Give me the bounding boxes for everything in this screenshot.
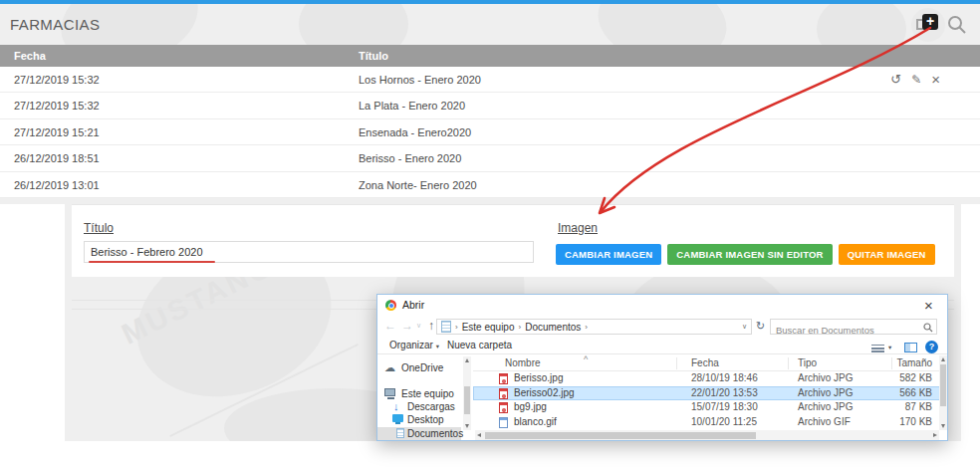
- sort-caret-icon: ^: [584, 354, 588, 364]
- file-row[interactable]: bg9.jpg 15/07/19 18:30 Archivo JPG 87 KB: [473, 400, 941, 415]
- sidebar-item-onedrive[interactable]: ☁ OneDrive: [377, 361, 461, 374]
- sidebar-scrollbar[interactable]: [463, 356, 471, 430]
- back-icon[interactable]: ←: [384, 319, 396, 333]
- file-name: Berisso02.jpg: [514, 386, 575, 401]
- table-row[interactable]: 27/12/2019 15:32 Los Hornos - Enero 2020…: [0, 67, 980, 93]
- preview-pane-icon[interactable]: [904, 343, 917, 352]
- folder-mini-icon: [441, 321, 451, 333]
- app-window: FARMACIAS + Fecha Título 27/12/2019 15:3…: [0, 0, 980, 468]
- search-icon[interactable]: [947, 15, 967, 35]
- scroll-left-icon[interactable]: [477, 433, 481, 437]
- sidebar-label: Documentos: [407, 427, 463, 440]
- table-header: Fecha Título: [0, 45, 980, 67]
- watermark-blob: [592, 4, 734, 45]
- row-titulo: La Plata - Enero 2020: [359, 93, 465, 118]
- address-breadcrumb[interactable]: › Este equipo › Documentos › ∨: [436, 319, 752, 335]
- file-name: Berisso.jpg: [514, 371, 563, 386]
- sidebar-item-desktop[interactable]: Desktop: [377, 413, 461, 426]
- quitar-imagen-button[interactable]: QUITAR IMAGEN: [839, 244, 935, 265]
- computer-icon: [384, 388, 395, 396]
- plus-icon: +: [922, 14, 938, 30]
- page-title: FARMACIAS: [10, 16, 100, 33]
- help-icon[interactable]: ?: [925, 341, 938, 353]
- file-size: 582 KB: [896, 371, 932, 386]
- file-date: 15/07/19 18:30: [691, 400, 758, 415]
- up-icon[interactable]: ↑: [428, 319, 434, 333]
- add-record-button[interactable]: +: [911, 8, 945, 42]
- titulo-input[interactable]: [84, 241, 534, 263]
- crumb-documentos[interactable]: Documentos: [525, 322, 581, 333]
- scroll-up-icon[interactable]: [941, 357, 945, 361]
- column-divider: [891, 357, 892, 369]
- file-date: 28/10/19 18:46: [691, 371, 758, 386]
- address-dropdown-icon[interactable]: ∨: [742, 323, 747, 331]
- search-field[interactable]: [770, 319, 937, 335]
- file-row[interactable]: Berisso.jpg 28/10/19 18:46 Archivo JPG 5…: [473, 371, 941, 386]
- refresh-icon[interactable]: ↻: [756, 320, 765, 333]
- open-file-dialog: Abrir × ← → ∨ ↑ › Este equipo › Document…: [376, 294, 948, 441]
- scroll-thumb[interactable]: [940, 364, 946, 406]
- file-row[interactable]: blanco.gif 10/01/20 11:25 Archivo GIF 17…: [473, 415, 941, 430]
- column-tamano[interactable]: Tamaño: [878, 357, 932, 368]
- document-icon: [396, 428, 404, 438]
- file-row-selected[interactable]: Berisso02.jpg 22/01/20 13:53 Archivo JPG…: [473, 386, 941, 401]
- column-fecha[interactable]: Fecha: [691, 357, 719, 368]
- view-dropdown-icon[interactable]: ▾: [888, 344, 891, 351]
- scroll-thumb[interactable]: [485, 432, 756, 439]
- row-titulo: Berisso - Enero 2020: [359, 145, 461, 171]
- file-name: bg9.jpg: [514, 400, 547, 415]
- search-glass-icon: [923, 323, 933, 333]
- row-titulo: Ensenada - Enero2020: [359, 119, 471, 145]
- new-folder-button[interactable]: Nueva carpeta: [447, 340, 512, 351]
- column-tipo[interactable]: Tipo: [798, 357, 817, 368]
- jpg-file-icon: [499, 373, 508, 384]
- history-icon[interactable]: ↺: [890, 67, 901, 93]
- table-row[interactable]: 27/12/2019 15:21 Ensenada - Enero2020: [0, 119, 980, 145]
- close-icon[interactable]: ×: [924, 297, 933, 314]
- cambiar-imagen-button[interactable]: CAMBIAR IMAGEN: [556, 244, 661, 265]
- delete-icon[interactable]: ×: [931, 67, 940, 93]
- red-underline-annotation: [89, 261, 215, 263]
- table-row[interactable]: 26/12/2019 18:51 Berisso - Enero 2020: [0, 145, 980, 171]
- row-actions: ↺ ✎ ×: [890, 67, 940, 93]
- file-date: 10/01/20 11:25: [691, 415, 757, 430]
- crumb-separator: ›: [519, 323, 522, 332]
- forward-icon[interactable]: →: [401, 319, 413, 333]
- search-input[interactable]: [771, 323, 925, 339]
- sidebar-item-descargas[interactable]: ↓ Descargas: [377, 400, 461, 413]
- scroll-right-icon[interactable]: [933, 433, 937, 437]
- row-fecha: 27/12/2019 15:21: [14, 119, 100, 145]
- scroll-down-icon[interactable]: [941, 424, 945, 428]
- filelist-vscrollbar[interactable]: [939, 355, 947, 430]
- column-header-fecha: Fecha: [14, 45, 46, 67]
- edit-icon[interactable]: ✎: [911, 67, 921, 93]
- jpg-file-icon: [499, 402, 508, 413]
- watermark-blob: [817, 4, 906, 45]
- scroll-down-icon[interactable]: [465, 424, 469, 428]
- table-row[interactable]: 26/12/2019 13:01 Zona Norte- Enero 2020: [0, 172, 980, 198]
- chrome-icon: [385, 300, 396, 311]
- column-header-titulo: Título: [359, 45, 388, 67]
- sidebar-item-documentos[interactable]: Documentos: [377, 427, 461, 440]
- file-type: Archivo JPG: [798, 400, 854, 415]
- table-row[interactable]: 27/12/2019 15:32 La Plata - Enero 2020: [0, 93, 980, 118]
- row-fecha: 27/12/2019 15:32: [14, 93, 100, 118]
- organize-menu[interactable]: Organizar ▾: [389, 340, 439, 351]
- row-titulo: Zona Norte- Enero 2020: [359, 172, 477, 198]
- view-mode-icon[interactable]: [871, 345, 884, 352]
- sidebar-label: OneDrive: [401, 361, 443, 374]
- titulo-label: Título: [84, 221, 114, 235]
- column-divider: [788, 357, 789, 369]
- sidebar-label: Desktop: [407, 413, 444, 426]
- sidebar-item-este-equipo[interactable]: Este equipo: [377, 387, 461, 400]
- recent-locations-icon[interactable]: ∨: [416, 322, 421, 330]
- filelist-hscrollbar[interactable]: [475, 430, 939, 440]
- dialog-titlebar[interactable]: Abrir ×: [377, 295, 947, 316]
- column-divider: [676, 357, 677, 369]
- scroll-thumb[interactable]: [464, 386, 470, 414]
- dialog-toolbar: Organizar ▾ Nueva carpeta ▾ ?: [377, 338, 947, 354]
- column-nombre[interactable]: Nombre: [505, 357, 541, 368]
- cambiar-imagen-sin-editor-button[interactable]: CAMBIAR IMAGEN SIN EDITOR: [667, 244, 832, 265]
- crumb-este-equipo[interactable]: Este equipo: [462, 322, 515, 333]
- scroll-up-icon[interactable]: [465, 358, 469, 362]
